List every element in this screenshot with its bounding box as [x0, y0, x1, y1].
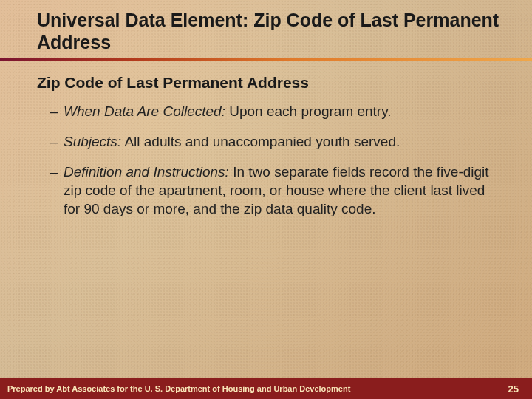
slide-title: Universal Data Element: Zip Code of Last…	[37, 9, 502, 53]
bullet-text: All adults and unaccompanied youth serve…	[121, 134, 400, 149]
bullet-label: Subjects:	[64, 134, 121, 149]
footer-bar: Prepared by Abt Associates for the U. S.…	[0, 378, 532, 399]
divider-rule	[0, 58, 532, 61]
section-subhead: Zip Code of Last Permanent Address	[37, 74, 495, 92]
page-number: 25	[508, 383, 519, 395]
bullet-label: Definition and Instructions:	[64, 164, 229, 180]
bullet-label: When Data Are Collected:	[64, 103, 225, 119]
bullet-item: Definition and Instructions: In two sepa…	[50, 163, 495, 218]
slide: Universal Data Element: Zip Code of Last…	[0, 0, 532, 399]
bullet-item: When Data Are Collected: Upon each progr…	[50, 102, 495, 120]
bullet-list: When Data Are Collected: Upon each progr…	[37, 102, 495, 218]
bullet-text: Upon each program entry.	[225, 103, 392, 119]
bullet-item: Subjects: All adults and unaccompanied y…	[50, 132, 495, 151]
slide-body: Zip Code of Last Permanent Address When …	[37, 74, 495, 230]
footer-credit: Prepared by Abt Associates for the U. S.…	[7, 384, 350, 393]
